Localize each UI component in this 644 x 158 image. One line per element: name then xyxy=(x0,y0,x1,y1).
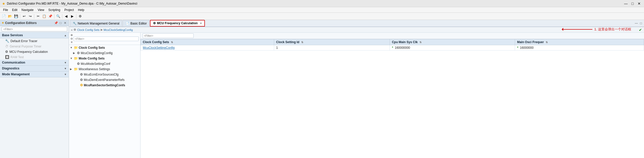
tree-node-misc-settings[interactable]: ▶ 📁 Miscellaneous Settings xyxy=(69,66,140,72)
tab-bar-maximize-icon[interactable]: □ xyxy=(639,21,643,25)
base-services-label: Base Services xyxy=(2,33,23,37)
middle-filter-input[interactable] xyxy=(74,37,139,41)
tree-item-default-error-tracer[interactable]: 🔧 Default Error Tracer xyxy=(0,38,69,44)
diagnostics-chevron-icon: ▼ xyxy=(64,67,67,70)
mcu-clock-expand-icon[interactable]: ▶ xyxy=(73,52,76,54)
misc-expand-icon[interactable]: ▶ xyxy=(70,68,73,70)
section-diagnostics[interactable]: Diagnostics ▼ xyxy=(0,66,69,71)
misc-folder-icon: 📁 xyxy=(74,67,78,71)
tree-node-mcu-clock-setting-config[interactable]: ▶ ⚙ McuClockSettingConfig xyxy=(69,50,140,56)
left-panel-header-controls[interactable]: 📌 □ ✕ xyxy=(54,21,67,25)
mcu-clock-config-link[interactable]: McuClockSettingConfig xyxy=(143,46,175,50)
menu-scripting[interactable]: Scripting xyxy=(46,8,62,12)
middle-filter-clear-icon[interactable]: ✕ xyxy=(71,41,73,44)
section-communication[interactable]: Communication ▼ xyxy=(0,60,69,66)
col-clock-setting-id[interactable]: Clock Setting Id ⇅ xyxy=(274,39,390,45)
tree-item-ram-test[interactable]: 🔲 RAM Test xyxy=(0,54,69,60)
close-button[interactable]: ✕ xyxy=(636,1,642,6)
breadcrumb-back-icon[interactable]: « xyxy=(71,28,73,31)
mcu-dem-icon: ⚙ xyxy=(80,78,83,82)
mcu-frequency-icon: ⚙ xyxy=(5,50,8,54)
tree-node-mcu-ecm[interactable]: ⚙ McuEcmErrorSourcesCfg xyxy=(69,72,140,77)
panel-close-icon[interactable]: ✕ xyxy=(63,21,67,25)
breadcrumb-module-icon: ⚙ xyxy=(74,28,76,31)
toolbar-save[interactable]: 💾 xyxy=(13,14,19,19)
minimize-button[interactable]: — xyxy=(623,1,629,6)
toolbar-forward[interactable]: ▶ xyxy=(69,14,75,19)
tab-bar-minimize-icon[interactable]: — xyxy=(634,21,638,25)
table-wrapper: Clock Config Sets ⇅ Clock Setting Id ⇅ C… xyxy=(140,39,644,158)
tab-network-management[interactable]: 🔧 Network Management General xyxy=(70,20,122,27)
col-main-osci-freq-label: Main Osci Frequer xyxy=(517,40,544,44)
cell-mcu-clock-setting-config[interactable]: McuClockSettingConfig xyxy=(141,45,274,51)
middle-filter-add-icon[interactable]: ⊕ xyxy=(71,33,73,37)
menu-help[interactable]: Help xyxy=(76,8,86,12)
mode-management-label: Mode Management xyxy=(2,72,30,76)
toolbar-sep3 xyxy=(54,14,54,19)
section-base-services[interactable]: Base Services ▲ xyxy=(0,32,69,38)
tree-node-clock-config-sets[interactable]: ▼ 📁 Clock Config Sets xyxy=(69,45,140,50)
tab-network-icon: 🔧 xyxy=(73,22,77,25)
breadcrumb-clock-config-sets[interactable]: Clock Config Sets xyxy=(77,28,99,31)
col-clock-config-sets[interactable]: Clock Config Sets ⇅ xyxy=(141,39,274,45)
toolbar-redo[interactable]: ↪ xyxy=(27,14,33,19)
col1-sort-icon[interactable]: ⇅ xyxy=(171,41,173,44)
tab-mcu-frequency[interactable]: ⚙ MCU Frequency Calculation ✕ xyxy=(150,20,205,27)
toolbar-extra[interactable]: ⚙ xyxy=(77,14,83,19)
main-area: ✦ Configuration Editors 📌 □ ✕ Base Servi… xyxy=(0,20,644,158)
tree-node-mode-config-sets[interactable]: ▼ 📁 Mode Config Sets xyxy=(69,56,140,61)
table-filter-input[interactable] xyxy=(143,33,194,38)
tree-node-mcu-mode-setting[interactable]: ⚙ McuModeSettingConf xyxy=(69,61,140,66)
tab-mcu-close-icon[interactable]: ✕ xyxy=(200,22,202,25)
maximize-button[interactable]: □ xyxy=(630,1,635,6)
toolbar-new[interactable]: 📄 xyxy=(1,14,7,19)
clock-config-folder-icon: 📁 xyxy=(74,46,78,50)
left-filter-input[interactable] xyxy=(2,27,67,31)
config-table: Clock Config Sets ⇅ Clock Setting Id ⇅ C… xyxy=(140,39,644,51)
menu-view[interactable]: View xyxy=(36,8,46,12)
middle-panel: ⊕ ⊖ ✕ ▼ 📁 Clock Config Sets ▶ ⚙ McuClock… xyxy=(69,33,140,158)
mcu-dem-expand-icon xyxy=(76,78,79,81)
section-mode-management[interactable]: Mode Management ▼ xyxy=(0,71,69,77)
menu-edit[interactable]: Edit xyxy=(10,8,19,12)
cpu-clk-value: 160000000 xyxy=(395,46,410,50)
toolbar-paste[interactable]: 📌 xyxy=(48,14,53,19)
mcu-ram-expand-icon xyxy=(76,84,79,87)
tree-node-mcu-dem[interactable]: ⚙ McuDemEventParameterRefs xyxy=(69,77,140,82)
col2-sort-icon[interactable]: ⇅ xyxy=(301,41,303,44)
cell-cpu-main-sys-clk: * 160000000 xyxy=(390,45,515,51)
col-main-osci-freq[interactable]: Main Osci Frequer ⇅ xyxy=(515,39,644,45)
mcu-ram-icon: ⚙ xyxy=(80,83,83,87)
panel-pin-icon[interactable]: 📌 xyxy=(54,21,58,25)
titlebar-controls[interactable]: — □ ✕ xyxy=(623,1,642,6)
tab-basic-editor[interactable]: 📄 Basic Editor xyxy=(123,20,149,27)
mode-config-expand-icon[interactable]: ▼ xyxy=(70,57,73,60)
menu-navigate[interactable]: Navigate xyxy=(19,8,36,12)
toolbar-search[interactable]: 🔍 xyxy=(55,14,61,19)
mcu-mode-icon: ⚙ xyxy=(77,62,80,66)
menu-project[interactable]: Project xyxy=(62,8,76,12)
tree-item-mcu-frequency[interactable]: ⚙ MCU Frequency Calculation xyxy=(0,49,69,54)
toolbar-undo[interactable]: ↩ xyxy=(21,14,27,19)
toolbar-cut[interactable]: ✂ xyxy=(35,14,41,19)
toolbar-back[interactable]: ◀ xyxy=(63,14,69,19)
cell-clock-setting-id: 1 xyxy=(274,45,390,51)
tree-node-mcu-ram[interactable]: ⚙ McuRamSectorSettingConfs xyxy=(69,82,140,88)
tab-bar-controls[interactable]: — □ xyxy=(634,21,644,25)
toolbar-open[interactable]: 📂 xyxy=(7,14,13,19)
clock-config-expand-icon[interactable]: ▼ xyxy=(70,46,73,49)
titlebar-title: DaVinci Configurator Pro.MD.WF.RTE - My_… xyxy=(7,2,137,5)
mode-config-folder-icon: 📁 xyxy=(74,56,78,60)
config-editors-label: Configuration Editors xyxy=(5,21,37,25)
col3-sort-icon[interactable]: ⇅ xyxy=(419,41,421,44)
breadcrumb-mcu-clock-setting-config[interactable]: McuClockSettingConfig xyxy=(104,28,133,31)
tree-item-general-purpose-timer[interactable]: ⏱ General Purpose Timer xyxy=(0,44,69,49)
col-cpu-main-sys-clk[interactable]: Cpu Main Sys Clk ⇅ xyxy=(390,39,515,45)
toolbar-copy[interactable]: 📋 xyxy=(41,14,47,19)
middle-filter-bar: ⊕ ⊖ ✕ xyxy=(69,33,140,45)
middle-filter-remove-icon[interactable]: ⊖ xyxy=(71,37,73,40)
tab-network-label: Network Management General xyxy=(78,22,119,25)
panel-minimize-icon[interactable]: □ xyxy=(58,21,63,25)
col4-sort-icon[interactable]: ⇅ xyxy=(546,41,548,44)
menu-file[interactable]: File xyxy=(1,8,10,12)
